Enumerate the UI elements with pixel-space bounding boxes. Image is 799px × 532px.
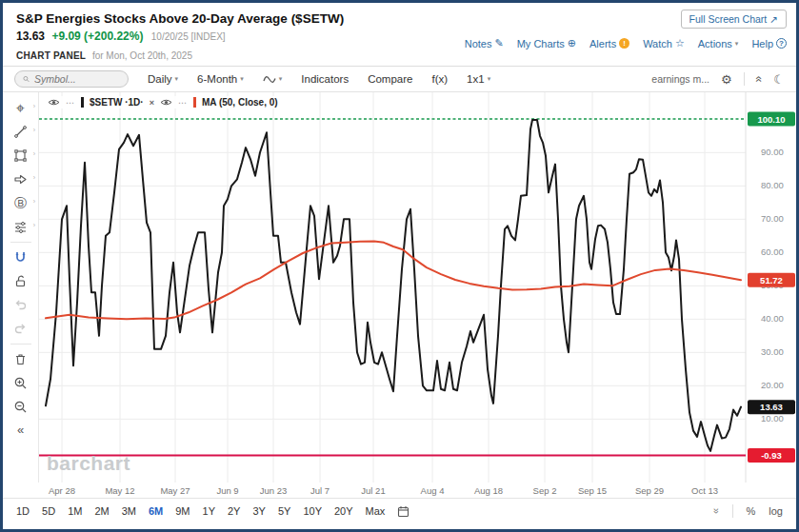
y-axis-tick: 90.00 bbox=[761, 147, 784, 157]
bottom-toolbar: 1D5D1M2M3M6M9M1Y2Y3Y5Y10Y20YMax « % log bbox=[3, 499, 796, 523]
search-icon bbox=[23, 74, 30, 84]
eye-icon[interactable] bbox=[160, 98, 172, 107]
chevron-down-icon: ▾ bbox=[175, 75, 179, 83]
unlocked-padlock-icon bbox=[13, 274, 28, 288]
range-button-6m[interactable]: 6M bbox=[149, 505, 163, 517]
indicators-button[interactable]: Indicators bbox=[301, 73, 349, 85]
calendar-icon[interactable] bbox=[397, 505, 409, 518]
collapse-bottom-icon[interactable]: « bbox=[709, 508, 721, 514]
trendline-tool[interactable]: › bbox=[3, 120, 38, 144]
range-button-2m[interactable]: 2M bbox=[94, 505, 109, 517]
x-axis-tick: Sep 15 bbox=[578, 485, 607, 496]
sliders-icon bbox=[13, 220, 28, 234]
range-button-1m[interactable]: 1M bbox=[68, 505, 82, 517]
full-screen-chart-button[interactable]: Full Screen Chart ↗ bbox=[681, 10, 787, 29]
alert-badge-icon: ! bbox=[619, 38, 629, 49]
star-icon: ☆ bbox=[675, 37, 685, 49]
series2-label: MA (50, Close, 0) bbox=[202, 97, 278, 108]
expand-arrow-icon: › bbox=[33, 222, 35, 228]
range-button-1y[interactable]: 1Y bbox=[203, 505, 215, 517]
expand-arrow-icon: › bbox=[33, 127, 35, 133]
earnings-marker-label[interactable]: earnings m... bbox=[651, 73, 709, 85]
lock-tool[interactable] bbox=[3, 269, 38, 293]
y-axis-tick: 80.00 bbox=[761, 180, 784, 190]
watch-label: Watch bbox=[643, 38, 672, 49]
range-button-3m[interactable]: 3M bbox=[122, 505, 136, 517]
undo-button[interactable] bbox=[3, 293, 38, 317]
zoom-in-button[interactable] bbox=[3, 371, 38, 395]
percent-scale-button[interactable]: % bbox=[747, 505, 756, 517]
range-button-10y[interactable]: 10Y bbox=[303, 505, 322, 517]
y-axis-tick: 60.00 bbox=[761, 246, 784, 257]
alerts-link[interactable]: Alerts ! bbox=[589, 38, 629, 49]
shapes-tool[interactable]: › bbox=[3, 144, 38, 167]
more-icon[interactable]: ⋯ bbox=[178, 98, 188, 108]
eye-icon[interactable] bbox=[48, 98, 60, 107]
more-icon[interactable]: ⋯ bbox=[66, 98, 75, 108]
range-dropdown[interactable]: 6-Month ▾ bbox=[197, 73, 244, 85]
x-axis-tick: Apr 28 bbox=[49, 485, 75, 496]
annotation-tool[interactable]: Ⓑ › bbox=[3, 191, 38, 215]
arrow-up-right-icon: ↗ bbox=[769, 13, 778, 25]
x-axis-tick: Sep 2 bbox=[533, 485, 557, 496]
b-circle-icon: Ⓑ bbox=[14, 195, 27, 212]
range-button-5y[interactable]: 5Y bbox=[278, 505, 290, 517]
my-charts-link[interactable]: My Charts ⊕ bbox=[517, 37, 576, 49]
magnet-tool[interactable] bbox=[3, 246, 38, 269]
notes-link[interactable]: Notes ✎ bbox=[465, 37, 504, 49]
arrow-tool[interactable]: › bbox=[3, 167, 38, 191]
crosshair-tool[interactable]: ⌖ › bbox=[3, 96, 38, 120]
watch-link[interactable]: Watch ☆ bbox=[643, 37, 685, 49]
symbol-search-input[interactable] bbox=[34, 73, 120, 85]
actions-link[interactable]: Actions ▾ bbox=[698, 38, 739, 49]
y-axis-tick: 40.00 bbox=[761, 313, 784, 324]
delete-drawings-button[interactable] bbox=[3, 347, 38, 371]
panel-row: CHART PANEL for Mon, Oct 20th, 2025 bbox=[16, 50, 785, 61]
shapes-icon bbox=[13, 148, 28, 163]
range-button-9m[interactable]: 9M bbox=[175, 505, 190, 517]
full-screen-label: Full Screen Chart bbox=[689, 13, 768, 25]
grid-layout-dropdown[interactable]: 1x1 ▾ bbox=[467, 73, 490, 85]
chevron-down-icon: ▾ bbox=[240, 75, 244, 83]
range-button-20y[interactable]: 20Y bbox=[334, 505, 353, 517]
symbol-search-box[interactable] bbox=[14, 70, 129, 88]
chart-svg[interactable]: 90.0080.0070.0060.0050.0040.0030.0020.00… bbox=[39, 92, 796, 483]
x-axis: Apr 28May 12May 27Jun 9Jun 23Jul 7Jul 21… bbox=[3, 483, 796, 499]
log-scale-button[interactable]: log bbox=[769, 505, 783, 517]
collapse-toolbar-icon[interactable]: « bbox=[17, 423, 24, 437]
x-axis-tick: Aug 18 bbox=[474, 485, 503, 496]
x-axis-tick: Jun 23 bbox=[260, 485, 288, 496]
range-button-3y[interactable]: 3Y bbox=[252, 505, 265, 517]
indicators-label: Indicators bbox=[301, 73, 349, 85]
range-button-5d[interactable]: 5D bbox=[42, 505, 55, 517]
range-button-max[interactable]: Max bbox=[366, 505, 386, 517]
fx-button[interactable]: f(x) bbox=[431, 73, 448, 85]
collapse-panel-icon[interactable]: « bbox=[752, 76, 766, 83]
x-axis-tick: Jun 9 bbox=[216, 485, 238, 496]
range-button-2y[interactable]: 2Y bbox=[228, 505, 240, 517]
trash-icon bbox=[13, 352, 28, 366]
zoom-out-button[interactable] bbox=[3, 395, 38, 419]
magnet-icon bbox=[13, 250, 28, 265]
header: S&P Energies Stocks Above 20-Day Average… bbox=[3, 3, 796, 67]
divider bbox=[744, 72, 745, 86]
header-links: Notes ✎ My Charts ⊕ Alerts ! Watch ☆ Act… bbox=[465, 37, 787, 49]
settings-sliders-tool[interactable]: › bbox=[3, 215, 38, 239]
help-link[interactable]: Help ? bbox=[751, 38, 787, 49]
compare-button[interactable]: Compare bbox=[368, 73, 412, 85]
remove-series-icon[interactable]: × bbox=[150, 98, 154, 108]
quote-date: 10/20/25 [INDEX] bbox=[151, 31, 226, 42]
my-charts-label: My Charts bbox=[517, 38, 565, 49]
panel-date: for Mon, Oct 20th, 2025 bbox=[92, 50, 192, 61]
frequency-dropdown[interactable]: Daily ▾ bbox=[148, 73, 178, 85]
range-button-1d[interactable]: 1D bbox=[16, 505, 30, 517]
dark-mode-moon-icon[interactable]: ☾ bbox=[773, 72, 785, 87]
chart-canvas[interactable]: ⋯ $SETW ·1D· × ⋯ MA (50, Close, 0) barch… bbox=[39, 92, 796, 483]
gear-icon[interactable]: ⚙ bbox=[721, 72, 732, 87]
y-axis-tick: 20.00 bbox=[761, 380, 784, 390]
redo-button[interactable] bbox=[3, 317, 38, 341]
zoom-out-icon bbox=[13, 400, 28, 414]
chart-type-dropdown[interactable]: ▾ bbox=[263, 74, 283, 85]
expand-arrow-icon: › bbox=[33, 150, 35, 157]
chart-region: ⌖ › › › bbox=[3, 92, 796, 483]
